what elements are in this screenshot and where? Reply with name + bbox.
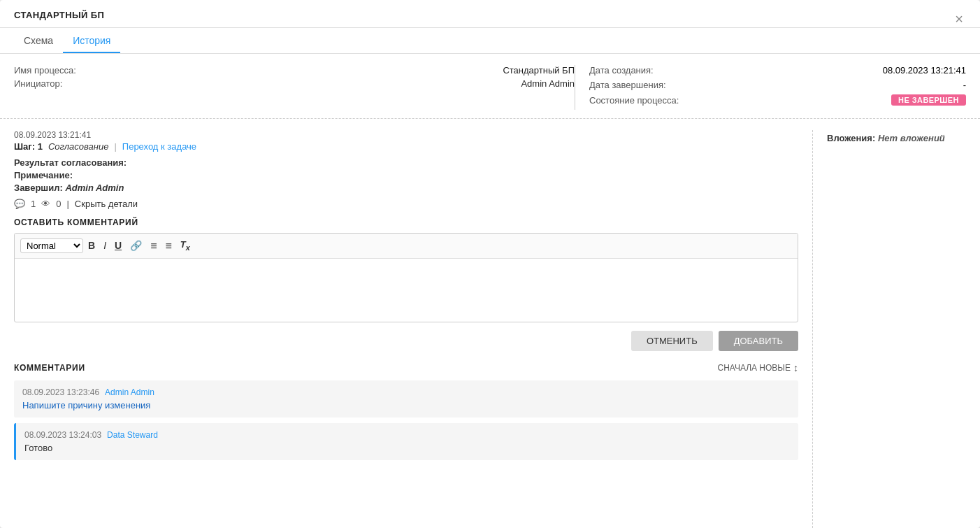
creation-date-row: Дата создания: 08.09.2023 13:21:41	[589, 65, 966, 76]
tab-schema[interactable]: Схема	[14, 28, 63, 53]
comment-text: Напишите причину изменения	[22, 400, 790, 411]
info-right: Дата создания: 08.09.2023 13:21:41 Дата …	[575, 65, 966, 110]
comment-section-title: ОСТАВИТЬ КОММЕНТАРИЙ	[14, 217, 798, 227]
sort-icon: ↕	[793, 362, 798, 373]
format-select[interactable]: Normal Heading 1 Heading 2 Heading 3	[20, 238, 83, 253]
side-col: Вложения: Нет вложений	[812, 130, 966, 528]
clear-format-button[interactable]: Tx	[177, 238, 194, 254]
add-button[interactable]: ДОБАВИТЬ	[719, 331, 798, 351]
comment-reply-author[interactable]: Data Steward	[107, 430, 158, 440]
completed-label: Завершил:	[14, 183, 63, 193]
initiator-value: Admin Admin	[521, 78, 575, 89]
info-section: Имя процесса: Стандартный БП Инициатор: …	[0, 54, 980, 119]
process-name-value: Стандартный БП	[503, 65, 575, 76]
close-button[interactable]: ×	[952, 12, 966, 26]
step-section: 08.09.2023 13:21:41 Шаг: 1 Согласование …	[14, 130, 798, 209]
hide-details-link[interactable]: Скрыть детали	[75, 199, 138, 209]
result-label: Результат согласования:	[14, 157, 127, 168]
comment-reply-text: Готово	[24, 443, 790, 453]
creation-date-value: 08.09.2023 13:21:41	[883, 65, 966, 76]
attachments-row: Вложения: Нет вложений	[827, 133, 966, 143]
sort-label[interactable]: СНАЧАЛА НОВЫЕ ↕	[717, 362, 798, 373]
note-label: Примечание:	[14, 170, 73, 180]
process-name-label: Имя процесса:	[14, 65, 84, 76]
note-row: Примечание:	[14, 170, 798, 180]
status-badge: НЕ ЗАВЕРШЕН	[891, 94, 966, 106]
link-button[interactable]: 🔗	[127, 238, 145, 253]
editor-toolbar: Normal Heading 1 Heading 2 Heading 3 B I…	[15, 234, 798, 259]
completion-date-row: Дата завершения: -	[589, 80, 966, 90]
modal-title: СТАНДАРТНЫЙ БП	[14, 10, 104, 27]
main-col: 08.09.2023 13:21:41 Шаг: 1 Согласование …	[14, 130, 812, 528]
editor-actions: ОТМЕНИТЬ ДОБАВИТЬ	[14, 331, 798, 351]
step-date: 08.09.2023 13:21:41	[14, 130, 798, 140]
modal-body: Имя процесса: Стандартный БП Инициатор: …	[0, 54, 980, 528]
comments-header: КОММЕНТАРИИ СНАЧАЛА НОВЫЕ ↕	[14, 362, 798, 373]
attachments-value: Нет вложений	[878, 133, 945, 143]
dislike-icon: 👁	[41, 199, 50, 209]
step-name: Согласование	[48, 141, 109, 152]
creation-date-label: Дата создания:	[589, 65, 701, 76]
comment-editor: Normal Heading 1 Heading 2 Heading 3 B I…	[14, 233, 798, 322]
unordered-list-button[interactable]: ≡	[161, 238, 175, 254]
completed-row: Завершил: Admin Admin	[14, 183, 798, 193]
step-task-link[interactable]: Переход к задаче	[122, 141, 196, 152]
completion-date-label: Дата завершения:	[589, 80, 701, 90]
comment-text-input[interactable]	[15, 259, 798, 322]
initiator-row: Инициатор: Admin Admin	[14, 78, 575, 89]
meta-row: 💬 1 👁 0 | Скрыть детали	[14, 199, 798, 209]
info-left: Имя процесса: Стандартный БП Инициатор: …	[14, 65, 575, 110]
underline-button[interactable]: U	[111, 238, 125, 253]
italic-button[interactable]: I	[100, 238, 110, 253]
process-status-label: Состояние процесса:	[589, 95, 701, 106]
completion-date-value: -	[963, 80, 966, 90]
comment-item: 08.09.2023 13:23:46 Admin Admin Напишите…	[14, 380, 798, 418]
step-label: Шаг: 1	[14, 141, 43, 152]
completed-value: Admin Admin	[65, 183, 124, 193]
comment-author[interactable]: Admin Admin	[105, 387, 154, 397]
process-status-row: Состояние процесса: НЕ ЗАВЕРШЕН	[589, 94, 966, 106]
like-icon: 💬	[14, 199, 25, 209]
divider: |	[66, 199, 69, 209]
initiator-label: Инициатор:	[14, 78, 84, 89]
result-row: Результат согласования:	[14, 157, 798, 168]
process-name-row: Имя процесса: Стандартный БП	[14, 65, 575, 76]
bold-button[interactable]: B	[85, 238, 99, 253]
content-area: 08.09.2023 13:21:41 Шаг: 1 Согласование …	[0, 119, 980, 528]
step-divider: |	[114, 141, 116, 152]
comment-meta: 08.09.2023 13:23:46 Admin Admin	[22, 387, 790, 397]
ordered-list-button[interactable]: ≡	[147, 238, 160, 254]
step-header: Шаг: 1 Согласование | Переход к задаче	[14, 141, 798, 152]
dislikes-count: 0	[56, 199, 61, 209]
comment-reply-date: 08.09.2023 13:24:03	[24, 430, 101, 440]
cancel-button[interactable]: ОТМЕНИТЬ	[631, 331, 713, 351]
tab-history[interactable]: История	[63, 28, 120, 53]
comment-reply-meta: 08.09.2023 13:24:03 Data Steward	[24, 430, 790, 440]
tabs-bar: Схема История	[0, 28, 980, 54]
modal-header: СТАНДАРТНЫЙ БП ×	[0, 0, 980, 28]
comment-reply-item: 08.09.2023 13:24:03 Data Steward Готово	[14, 423, 798, 460]
likes-count: 1	[31, 199, 36, 209]
modal-window: СТАНДАРТНЫЙ БП × Схема История Имя проце…	[0, 0, 980, 528]
attachments-label: Вложения:	[827, 133, 875, 143]
comments-title: КОММЕНТАРИИ	[14, 363, 85, 373]
comment-date: 08.09.2023 13:23:46	[22, 387, 99, 397]
